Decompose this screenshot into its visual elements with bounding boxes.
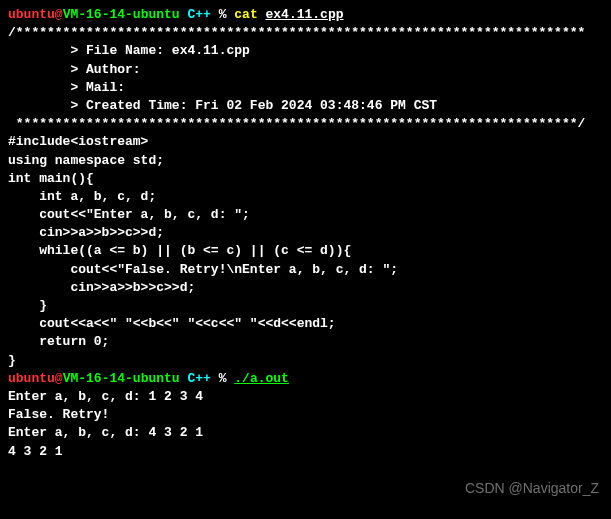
prompt-at: @ [55,7,63,22]
code-line: cout<<a<<" "<<b<<" "<<c<<" "<<d<<endl; [8,315,603,333]
code-line: #include<iostream> [8,133,603,151]
comment-border-bottom: ****************************************… [8,115,603,133]
code-line: return 0; [8,333,603,351]
prompt-user: ubuntu [8,371,55,386]
prompt-line-1[interactable]: ubuntu@VM-16-14-ubuntu C++ % cat ex4.11.… [8,6,603,24]
prompt-dollar: % [211,7,234,22]
code-line: using namespace std; [8,152,603,170]
code-line: cin>>a>>b>>c>>d; [8,279,603,297]
prompt-user: ubuntu [8,7,55,22]
code-line: int main(){ [8,170,603,188]
header-mail: > Mail: [8,79,603,97]
prompt-dollar: % [211,371,234,386]
comment-border-top: /***************************************… [8,24,603,42]
prompt-path: C++ [180,371,211,386]
prompt-at: @ [55,371,63,386]
cmd-run: ./a.out [234,371,289,386]
watermark-text: CSDN @Navigator_Z [465,479,599,499]
program-output: Enter a, b, c, d: 4 3 2 1 [8,424,603,442]
cmd-arg-filename: ex4.11.cpp [266,7,344,22]
code-line: cin>>a>>b>>c>>d; [8,224,603,242]
header-file-name: > File Name: ex4.11.cpp [8,42,603,60]
prompt-host: VM-16-14-ubuntu [63,371,180,386]
cmd-cat: cat [234,7,265,22]
program-output: 4 3 2 1 [8,443,603,461]
header-author: > Author: [8,61,603,79]
code-line: cout<<"False. Retry!\nEnter a, b, c, d: … [8,261,603,279]
program-output: Enter a, b, c, d: 1 2 3 4 [8,388,603,406]
code-line: cout<<"Enter a, b, c, d: "; [8,206,603,224]
header-created-time: > Created Time: Fri 02 Feb 2024 03:48:46… [8,97,603,115]
prompt-host: VM-16-14-ubuntu [63,7,180,22]
prompt-line-2[interactable]: ubuntu@VM-16-14-ubuntu C++ % ./a.out [8,370,603,388]
code-line: } [8,352,603,370]
terminal-output: ubuntu@VM-16-14-ubuntu C++ % cat ex4.11.… [8,6,603,461]
code-line: } [8,297,603,315]
code-line: while((a <= b) || (b <= c) || (c <= d)){ [8,242,603,260]
program-output: False. Retry! [8,406,603,424]
code-line: int a, b, c, d; [8,188,603,206]
prompt-path: C++ [180,7,211,22]
